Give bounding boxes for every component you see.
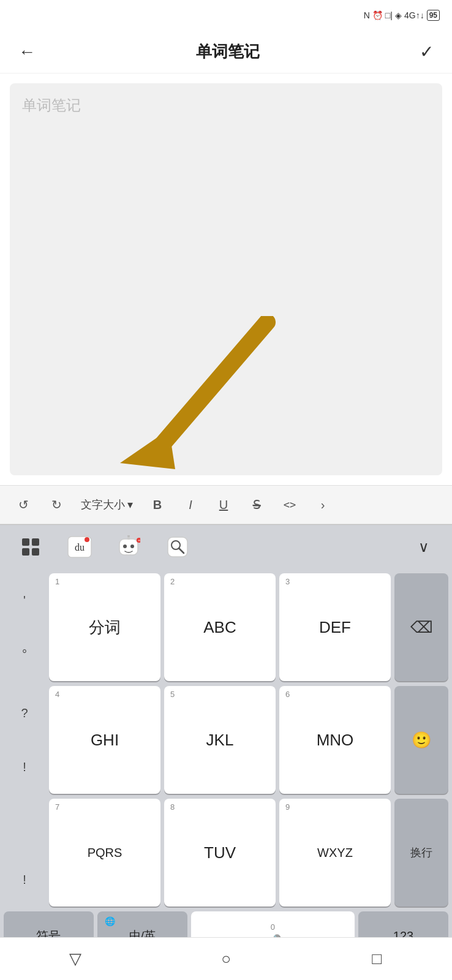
key-number-5: 5	[170, 690, 175, 699]
svg-rect-3	[22, 538, 29, 546]
key-left-col-3: !	[4, 799, 45, 907]
key-left-col-2: ? !	[4, 686, 45, 794]
wifi-icon: ◈	[395, 10, 402, 20]
key-label-def: DEF	[319, 618, 351, 637]
arrow-annotation	[108, 316, 279, 475]
keyboard-row-2: ? ! 4 GHI 5 JKL 6 MNO 🙂	[4, 686, 448, 794]
enter-label: 换行	[410, 845, 432, 860]
top-navigation: ← 单词笔记 ✓	[0, 31, 452, 74]
key-label-wxyz: WXYZ	[317, 846, 353, 860]
status-bar: N ⏰ □| ◈ 4G↑↓ 95	[0, 0, 452, 31]
key-8-tuv[interactable]: 8 TUV	[164, 799, 276, 907]
text-size-label: 文字大小	[81, 497, 125, 512]
text-size-dropdown[interactable]: 文字大小 ▾	[76, 495, 138, 514]
status-icons: N ⏰ □| ◈ 4G↑↓ 95	[364, 10, 440, 21]
format-toolbar: ↺ ↻ 文字大小 ▾ B I U S̶ <> ›	[0, 485, 452, 524]
nfc-icon: N	[364, 10, 370, 20]
delete-icon: ⌫	[410, 618, 433, 637]
svg-line-1	[157, 322, 267, 451]
key-label-abc: ABC	[203, 618, 236, 637]
svg-point-12	[130, 545, 134, 548]
key-number-2: 2	[170, 577, 175, 586]
keyboard-row-1: ' ° 1 分词 2 ABC 3 DEF ⌫	[4, 573, 448, 681]
key-label-tuv: TUV	[204, 843, 236, 862]
key-label-jkl: JKL	[206, 731, 234, 750]
svg-text:+: +	[138, 538, 140, 543]
nav-home-button[interactable]: ○	[202, 944, 250, 974]
svg-rect-6	[32, 548, 39, 556]
ime-grid-button[interactable]	[12, 531, 49, 563]
svg-text:du: du	[75, 542, 85, 552]
underline-button[interactable]: U	[210, 491, 237, 518]
redo-button[interactable]: ↻	[43, 491, 70, 518]
svg-marker-2	[120, 429, 175, 469]
keyboard: ' ° 1 分词 2 ABC 3 DEF ⌫ ? ! 4	[0, 568, 452, 970]
network-icon: 4G↑↓	[404, 10, 424, 20]
key-5-jkl[interactable]: 5 JKL	[164, 686, 276, 794]
key-number-6: 6	[285, 690, 290, 699]
key-6-mno[interactable]: 6 MNO	[279, 686, 391, 794]
ime-collapse-button[interactable]: ∨	[408, 531, 440, 563]
key-exclaim[interactable]: !	[4, 740, 45, 794]
key-space-number: 0	[271, 922, 275, 932]
key-number-1: 1	[55, 577, 59, 586]
key-number-9: 9	[285, 802, 290, 812]
key-delete[interactable]: ⌫	[394, 573, 448, 681]
key-number-4: 4	[55, 690, 59, 699]
more-formats-button[interactable]: ›	[309, 491, 336, 518]
bold-button[interactable]: B	[144, 491, 171, 518]
nav-recent-button[interactable]: □	[352, 944, 401, 974]
key-label-mno: MNO	[317, 731, 354, 750]
page-title: 单词笔记	[196, 41, 260, 62]
undo-button[interactable]: ↺	[10, 491, 37, 518]
alarm-icon: ⏰	[372, 10, 383, 20]
svg-rect-17	[168, 537, 187, 557]
keyboard-row-3: ! 7 PQRS 8 TUV 9 WXYZ 换行	[4, 799, 448, 907]
key-2-abc[interactable]: 2 ABC	[164, 573, 276, 681]
key-number-3: 3	[285, 577, 290, 586]
battery-indicator: 95	[427, 10, 440, 21]
italic-button[interactable]: I	[177, 491, 204, 518]
ime-search-button[interactable]	[159, 531, 196, 563]
svg-point-9	[85, 537, 89, 542]
key-number-7: 7	[55, 802, 59, 812]
key-exclamation[interactable]: !	[4, 853, 45, 907]
emoji-icon: 🙂	[412, 731, 431, 750]
svg-rect-5	[22, 548, 29, 556]
strikethrough-button[interactable]: S̶	[243, 491, 270, 518]
key-number-8: 8	[170, 802, 175, 812]
back-button[interactable]: ←	[18, 42, 36, 62]
note-editor-area[interactable]: 单词笔记	[10, 83, 442, 475]
note-placeholder: 单词笔记	[22, 97, 81, 113]
key-left-col-1: ' °	[4, 573, 45, 681]
key-label-ghi: GHI	[91, 731, 119, 750]
key-enter[interactable]: 换行	[394, 799, 448, 907]
key-4-ghi[interactable]: 4 GHI	[49, 686, 160, 794]
dropdown-icon: ▾	[127, 498, 133, 511]
svg-point-11	[123, 545, 127, 548]
ime-emoji-button[interactable]: +	[110, 531, 147, 563]
key-label-pqrs: PQRS	[88, 846, 122, 860]
nav-back-button[interactable]: ▽	[51, 944, 100, 974]
key-9-wxyz[interactable]: 9 WXYZ	[279, 799, 391, 907]
key-7-pqrs[interactable]: 7 PQRS	[49, 799, 160, 907]
key-3-def[interactable]: 3 DEF	[279, 573, 391, 681]
key-label-fenci: 分词	[89, 617, 121, 638]
code-button[interactable]: <>	[276, 491, 303, 518]
nav-bar: ▽ ○ □	[0, 937, 452, 980]
key-comma[interactable]: '	[4, 573, 45, 627]
ime-top-row: du + ∨	[0, 524, 452, 568]
key-question[interactable]: ?	[4, 686, 45, 740]
key-degree[interactable]: °	[4, 627, 45, 681]
key-left-empty	[4, 799, 45, 853]
globe-icon: 🌐	[105, 916, 115, 926]
svg-rect-4	[32, 538, 39, 546]
confirm-button[interactable]: ✓	[420, 42, 434, 62]
ime-dict-button[interactable]: du	[61, 531, 98, 563]
signal-icon: □|	[385, 10, 393, 20]
key-1-fenci[interactable]: 1 分词	[49, 573, 160, 681]
key-emoji[interactable]: 🙂	[394, 686, 448, 794]
